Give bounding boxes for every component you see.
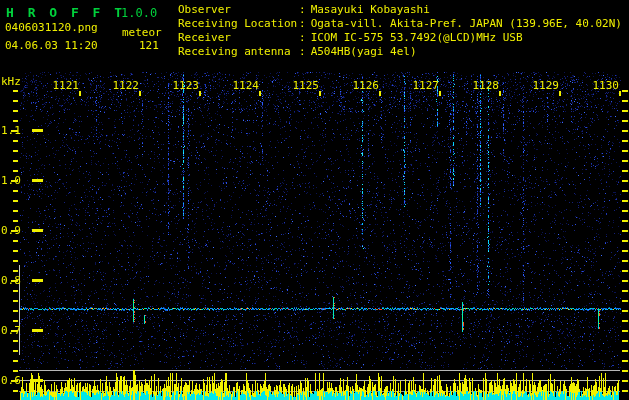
spectrogram-canvas (0, 0, 629, 400)
freq-tick-label: 0.6 (1, 374, 21, 387)
time-tick-label: 1125 (291, 79, 319, 92)
app-title: H R O F F T (6, 5, 125, 20)
info-label: Receiver (178, 31, 299, 45)
info-value: Masayuki Kobayashi (311, 3, 430, 17)
freq-tick-label: 0.9 (1, 224, 21, 237)
info-value: A504HB(yagi 4el) (311, 45, 417, 59)
freq-tick-label: 0.8 (1, 274, 21, 287)
colon: : (299, 17, 306, 31)
hrofft-window: { "app": { "title": "H R O F F T", "vers… (0, 0, 629, 400)
output-filename: 0406031120.png (5, 22, 98, 34)
time-tick-label: 1128 (471, 79, 499, 92)
datetime-label: 04.06.03 11:20 (5, 40, 98, 52)
time-tick-label: 1124 (231, 79, 259, 92)
time-tick-label: 1123 (171, 79, 199, 92)
frequency-unit-label: kHz (1, 75, 21, 88)
info-label: Receiving antenna (178, 45, 299, 59)
info-label: Receiving Location (178, 17, 299, 31)
app-version: 1.0.0 (121, 6, 157, 20)
freq-tick-label: 0.7 (1, 324, 21, 337)
info-value: ICOM IC-575 53.7492(@LCD)MHz USB (311, 31, 523, 45)
time-tick-label: 1130 (591, 79, 619, 92)
mode-label: meteor (122, 27, 162, 39)
colon: : (299, 45, 306, 59)
freq-tick-label: 1.1 (1, 124, 21, 137)
info-row-location: Receiving Location:Ogata-vill. Akita-Pre… (178, 17, 622, 31)
info-row-observer: Observer:Masayuki Kobayashi (178, 3, 430, 17)
info-value: Ogata-vill. Akita-Pref. JAPAN (139.96E, … (311, 17, 622, 31)
freq-tick-label: 1.0 (1, 174, 21, 187)
echo-count: 121 (139, 40, 159, 52)
time-tick-label: 1122 (111, 79, 139, 92)
info-label: Observer (178, 3, 299, 17)
time-tick-label: 1129 (531, 79, 559, 92)
colon: : (299, 31, 306, 45)
info-row-receiver: Receiver:ICOM IC-575 53.7492(@LCD)MHz US… (178, 31, 523, 45)
colon: : (299, 3, 306, 17)
time-tick-label: 1121 (51, 79, 79, 92)
time-tick-label: 1127 (411, 79, 439, 92)
info-row-antenna: Receiving antenna:A504HB(yagi 4el) (178, 45, 417, 59)
time-tick-label: 1126 (351, 79, 379, 92)
